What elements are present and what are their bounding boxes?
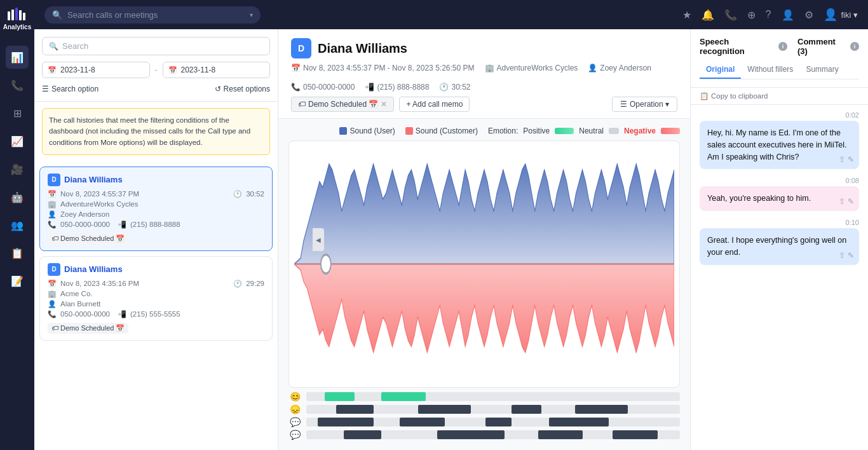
copy-to-clipboard-button[interactable]: 📋 Copy to clipboard: [691, 88, 868, 105]
nav-notes-icon[interactable]: 📝: [6, 269, 29, 292]
sidebar-header: 🔍 📅 2023-11-8 - 📅 2023-11-8 ☰ Sea: [34, 29, 278, 102]
call-card-2[interactable]: D Diana Williams 📅 Nov 8, 2023 4:35:16 P…: [39, 256, 273, 341]
comment-info-icon[interactable]: i: [850, 42, 859, 51]
nav-calls-icon[interactable]: 📞: [6, 74, 29, 97]
share-icon-3[interactable]: ⇧: [839, 250, 845, 261]
share-icon-1[interactable]: ⇧: [839, 154, 845, 165]
share-icon-2[interactable]: ⇧: [839, 196, 845, 207]
building-icon-2: 🏢: [48, 290, 57, 298]
phone-out-icon-1: 📞: [48, 221, 57, 229]
edit-icon-3[interactable]: ✎: [848, 250, 854, 261]
speech-recognition-panel: Speech recognition i Comment (3) i Origi…: [690, 29, 868, 450]
msg-text-1: Hey, hi. My name is Ed. I'm one of the s…: [707, 128, 847, 161]
person-icon-2: 👤: [48, 300, 57, 308]
call-agent-2: Alan Burnett: [60, 300, 100, 308]
clock-icon-1: 🕐: [233, 190, 242, 198]
search-dropdown-icon[interactable]: ▾: [250, 11, 253, 18]
nav-grid-icon[interactable]: ⊞: [6, 102, 29, 125]
waveform-chart: [288, 140, 680, 388]
timeline-seg-4d: [613, 430, 658, 439]
company-icon: 🏢: [485, 64, 494, 72]
call-duration-1: 30:52: [246, 190, 264, 198]
nav-people-icon[interactable]: 👥: [6, 214, 29, 236]
legend-customer: Sound (Customer): [405, 126, 478, 135]
chart-section: Sound (User) Sound (Customer) Emotion: P…: [278, 119, 690, 450]
tab-original[interactable]: Original: [700, 61, 741, 79]
speech-titles-row: Speech recognition i Comment (3) i: [700, 37, 859, 56]
call-card-1[interactable]: D Diana Williams 📅 Nov 8, 2023 4:55:37 P…: [39, 167, 273, 251]
demo-tag-pill[interactable]: 🏷 Demo Scheduled 📅 ✕: [291, 97, 394, 112]
tag-close-button[interactable]: ✕: [381, 100, 387, 109]
call-company: AdventureWorks Cycles: [497, 64, 578, 72]
svg-rect-3: [19, 10, 22, 20]
call-actions-row: 🏷 Demo Scheduled 📅 ✕ + Add call memo ☰ O…: [291, 97, 677, 112]
building-icon-1: 🏢: [48, 200, 57, 208]
nav-chart-icon[interactable]: 📈: [6, 130, 29, 153]
sidebar-search-field[interactable]: 🔍: [42, 37, 270, 55]
call-datetime: Nov 8, 2023 4:55:37 PM - Nov 8, 2023 5:2…: [303, 64, 475, 72]
profile-icon[interactable]: 👤: [782, 9, 794, 21]
positive-bar: [555, 128, 574, 134]
operation-button[interactable]: ☰ Operation ▾: [612, 97, 677, 112]
search-icon: 🔍: [52, 10, 62, 20]
timeline-section: 😊 😞 💬: [288, 388, 680, 442]
neutral-label: Neutral: [579, 126, 604, 135]
nav-home-icon[interactable]: 📊: [6, 46, 29, 69]
call-duration-2: 29:29: [246, 280, 264, 287]
msg-bubble-1: Hey, hi. My name is Ed. I'm one of the s…: [700, 121, 859, 169]
duration-icon: 🕐: [439, 83, 449, 92]
tab-summary[interactable]: Summary: [799, 61, 844, 79]
timeline-seg-3c: [485, 418, 512, 426]
help-icon[interactable]: ?: [766, 9, 771, 20]
reset-options-button[interactable]: ↺ Reset options: [215, 85, 270, 93]
integrations-icon[interactable]: ⊕: [747, 9, 756, 21]
nav-list-icon[interactable]: 📋: [6, 242, 29, 264]
nav-bot-icon[interactable]: 🤖: [6, 186, 29, 208]
operation-lines-icon: ☰: [620, 100, 627, 109]
datetime-icon: 📅: [291, 64, 301, 72]
global-search-bar[interactable]: 🔍 ▾: [44, 6, 261, 24]
reset-icon: ↺: [215, 85, 221, 93]
global-search-input[interactable]: [67, 10, 245, 20]
edit-icon-1[interactable]: ✎: [848, 154, 854, 165]
message-group-1: 0:02 Hey, hi. My name is Ed. I'm one of …: [700, 111, 859, 169]
speech-bubble-icon: 💬: [288, 417, 301, 427]
nav-video-icon[interactable]: 🎥: [6, 158, 29, 181]
sidebar-search-input[interactable]: [62, 41, 263, 51]
clock-icon-2: 🕐: [233, 280, 242, 288]
call-detail-header: D Diana Williams 📅 Nov 8, 2023 4:55:37 P…: [278, 29, 690, 119]
timeline-seg-1b: [381, 392, 426, 401]
user-menu[interactable]: 👤 fiki ▾: [824, 8, 858, 22]
positive-label: Positive: [523, 126, 550, 135]
call-card-name-1: D Diana Williams: [48, 174, 264, 186]
top-bar-actions: ★ 🔔 📞 ⊕ ? 👤 ⚙ 👤 fiki ▾: [682, 8, 858, 22]
user-name: fiki ▾: [841, 10, 858, 20]
date-icon-1: 📅: [48, 190, 57, 198]
timeline-seg-3b: [400, 418, 445, 426]
tag-text-2: Demo Scheduled 📅: [60, 324, 125, 332]
msg-timestamp-3: 0:10: [700, 219, 859, 226]
timeline-row-1: 😊: [288, 392, 680, 402]
timeline-seg-4c: [538, 430, 583, 439]
call-phone-out-item: 📞 050-0000-0000: [291, 83, 355, 92]
message-group-3: 0:10 Great. I hope everything's going we…: [700, 219, 859, 265]
copy-icon: 📋: [700, 92, 709, 100]
date-from-input[interactable]: 📅 2023-11-8: [42, 62, 150, 78]
msg-actions-3: ⇧ ✎: [839, 250, 854, 261]
phone-icon[interactable]: 📞: [724, 9, 737, 21]
notifications-icon[interactable]: 🔔: [702, 9, 714, 21]
tag-icon-2: 🏷: [51, 324, 58, 332]
tag-text-1: Demo Scheduled 📅: [60, 235, 125, 243]
legend-customer-color: [405, 127, 413, 135]
tab-without-fillers[interactable]: Without fillers: [741, 61, 799, 79]
settings-icon[interactable]: ⚙: [804, 9, 813, 21]
favorites-icon[interactable]: ★: [682, 9, 691, 21]
sidebar-collapse-button[interactable]: ◀: [313, 228, 324, 251]
speech-info-icon[interactable]: i: [778, 42, 787, 51]
search-option-button[interactable]: ☰ Search option: [42, 85, 98, 93]
call-duration-row-1: 🕐 30:52: [233, 190, 264, 198]
date-to-input[interactable]: 📅 2023-11-8: [163, 62, 271, 78]
add-memo-button[interactable]: + Add call memo: [399, 97, 470, 112]
person-icon-1: 👤: [48, 210, 57, 219]
edit-icon-2[interactable]: ✎: [848, 196, 854, 207]
